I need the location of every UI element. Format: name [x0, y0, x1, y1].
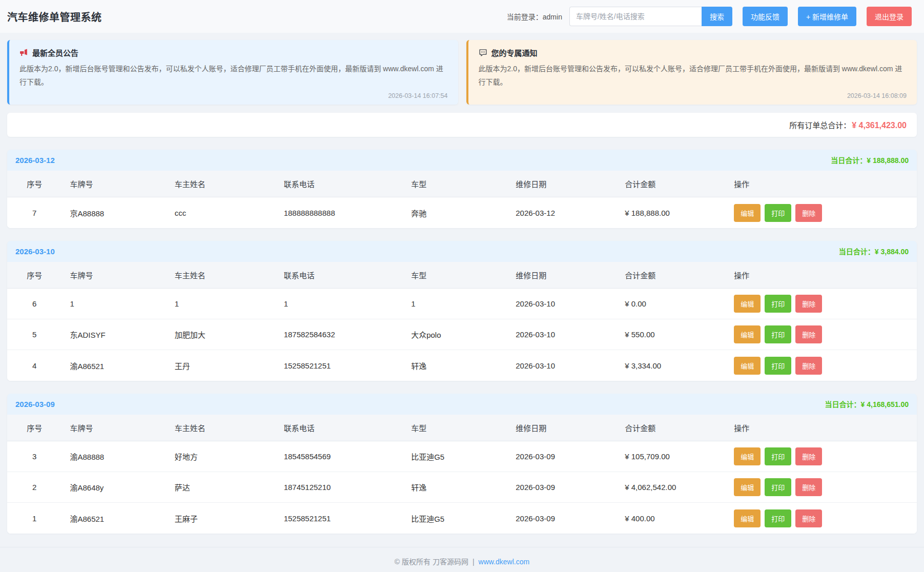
personal-notice-body: 此版本为2.0，新增后台账号管理和公告发布，可以私发个人账号，适合修理厂员工带手… [479, 63, 907, 89]
cell-actions: 编辑打印删除 [726, 319, 917, 350]
edit-button[interactable]: 编辑 [734, 478, 761, 496]
cell-actions: 编辑打印删除 [726, 472, 917, 503]
delete-button[interactable]: 删除 [795, 325, 822, 343]
login-status: 当前登录：admin [507, 11, 562, 22]
print-button[interactable]: 打印 [765, 357, 791, 375]
print-button[interactable]: 打印 [765, 325, 791, 343]
column-header-no: 序号 [7, 415, 62, 441]
cell-no: 1 [7, 503, 62, 534]
cell-phone: 15258521251 [276, 350, 403, 381]
print-button[interactable]: 打印 [765, 478, 791, 496]
feedback-button[interactable]: 功能反馈 [743, 7, 788, 26]
table-row: 2 渝A8648y 萨达 18745125210 轩逸 2026-03-09 ¥… [7, 472, 917, 503]
print-button[interactable]: 打印 [765, 295, 791, 313]
cell-date: 2026-03-10 [507, 350, 617, 381]
day-total: 当日合计：¥ 188,888.00 [831, 155, 909, 165]
day-header: 2026-03-12 当日合计：¥ 188,888.00 [7, 150, 917, 171]
cell-date: 2026-03-10 [507, 319, 617, 350]
cell-plate: 渝A86521 [62, 350, 167, 381]
personal-notice-timestamp: 2026-03-14 16:08:09 [479, 92, 907, 99]
cell-amount: ¥ 0.00 [617, 289, 726, 319]
print-button[interactable]: 打印 [765, 204, 791, 222]
column-header-date: 维修日期 [507, 415, 617, 441]
orders-table: 序号 车牌号 车主姓名 联系电话 车型 维修日期 合计金额 操作 7 京A888… [7, 171, 917, 228]
cell-amount: ¥ 188,888.00 [617, 197, 726, 228]
cell-model: 比亚迪G5 [403, 441, 507, 472]
cell-no: 2 [7, 472, 62, 503]
day-total-amount: ¥ 188,888.00 [867, 156, 909, 165]
column-header-amount: 合计金额 [617, 262, 726, 289]
edit-button[interactable]: 编辑 [734, 447, 761, 465]
cell-owner: 王丹 [167, 350, 276, 381]
day-header: 2026-03-10 当日合计：¥ 3,884.00 [7, 241, 917, 262]
table-row: 4 渝A86521 王丹 15258521251 轩逸 2026-03-10 ¥… [7, 350, 917, 381]
cell-plate: 京A88888 [62, 197, 167, 228]
day-total: 当日合计：¥ 4,168,651.00 [825, 399, 909, 409]
megaphone-icon [19, 48, 28, 57]
edit-button[interactable]: 编辑 [734, 204, 761, 222]
cell-no: 3 [7, 441, 62, 472]
notice-row: 最新全员公告 此版本为2.0，新增后台账号管理和公告发布，可以私发个人账号，适合… [7, 40, 917, 105]
cell-date: 2026-03-09 [507, 441, 617, 472]
day-total: 当日合计：¥ 3,884.00 [839, 246, 909, 256]
cell-actions: 编辑打印删除 [726, 503, 917, 534]
day-section-2026-03-09: 2026-03-09 当日合计：¥ 4,168,651.00 序号 车牌号 车主… [7, 394, 917, 534]
cell-amount: ¥ 400.00 [617, 503, 726, 534]
day-header: 2026-03-09 当日合计：¥ 4,168,651.00 [7, 394, 917, 415]
cell-owner: 好地方 [167, 441, 276, 472]
day-section-2026-03-12: 2026-03-12 当日合计：¥ 188,888.00 序号 车牌号 车主姓名… [7, 150, 917, 228]
cell-plate: 1 [62, 289, 167, 319]
print-button[interactable]: 打印 [765, 509, 791, 527]
logout-button[interactable]: 退出登录 [867, 7, 912, 26]
table-row: 3 渝A88888 好地方 18545854569 比亚迪G5 2026-03-… [7, 441, 917, 472]
cell-actions: 编辑打印删除 [726, 350, 917, 381]
delete-button[interactable]: 删除 [795, 447, 822, 465]
column-header-owner: 车主姓名 [167, 262, 276, 289]
day-total-label: 当日合计： [839, 248, 875, 256]
cell-plate: 渝A8648y [62, 472, 167, 503]
edit-button[interactable]: 编辑 [734, 509, 761, 527]
cell-no: 6 [7, 289, 62, 319]
cell-plate: 渝A86521 [62, 503, 167, 534]
orders-table: 序号 车牌号 车主姓名 联系电话 车型 维修日期 合计金额 操作 3 渝A888… [7, 415, 917, 534]
add-repair-order-button[interactable]: + 新增维修单 [798, 7, 856, 26]
cell-model: 轩逸 [403, 350, 507, 381]
column-header-amount: 合计金额 [617, 415, 726, 441]
print-button[interactable]: 打印 [765, 447, 791, 465]
day-total-label: 当日合计： [831, 156, 867, 165]
cell-actions: 编辑打印删除 [726, 289, 917, 319]
page-footer: © 版权所有 刀客源码网|www.dkewl.com [0, 547, 924, 572]
column-header-plate: 车牌号 [62, 262, 167, 289]
column-header-actions: 操作 [726, 415, 917, 441]
search-input[interactable] [569, 7, 702, 26]
cell-date: 2026-03-10 [507, 289, 617, 319]
table-row: 7 京A88888 ccc 188888888888 奔驰 2026-03-12… [7, 197, 917, 228]
cell-no: 4 [7, 350, 62, 381]
footer-link[interactable]: www.dkewl.com [479, 558, 530, 566]
edit-button[interactable]: 编辑 [734, 357, 761, 375]
cell-owner: 加肥加大 [167, 319, 276, 350]
cell-date: 2026-03-09 [507, 503, 617, 534]
main-content: 最新全员公告 此版本为2.0，新增后台账号管理和公告发布，可以私发个人账号，适合… [0, 33, 924, 534]
day-total-amount: ¥ 4,168,651.00 [861, 400, 909, 408]
table-row: 5 东ADISYF 加肥加大 187582584632 大众polo 2026-… [7, 319, 917, 350]
column-header-model: 车型 [403, 262, 507, 289]
cell-model: 1 [403, 289, 507, 319]
edit-button[interactable]: 编辑 [734, 325, 761, 343]
day-total-amount: ¥ 3,884.00 [875, 248, 909, 256]
top-header: 汽车维修单管理系统 当前登录：admin 搜索 功能反馈 + 新增维修单 退出登… [0, 0, 924, 33]
login-label: 当前登录： [507, 13, 543, 21]
edit-button[interactable]: 编辑 [734, 295, 761, 313]
cell-amount: ¥ 105,709.00 [617, 441, 726, 472]
day-date: 2026-03-10 [15, 247, 55, 256]
announcement-card: 最新全员公告 此版本为2.0，新增后台账号管理和公告发布，可以私发个人账号，适合… [7, 40, 458, 105]
cell-owner: ccc [167, 197, 276, 228]
search-button[interactable]: 搜索 [702, 7, 732, 26]
delete-button[interactable]: 删除 [795, 295, 822, 313]
delete-button[interactable]: 删除 [795, 509, 822, 527]
cell-model: 轩逸 [403, 472, 507, 503]
cell-date: 2026-03-09 [507, 472, 617, 503]
delete-button[interactable]: 删除 [795, 204, 822, 222]
delete-button[interactable]: 删除 [795, 478, 822, 496]
delete-button[interactable]: 删除 [795, 357, 822, 375]
